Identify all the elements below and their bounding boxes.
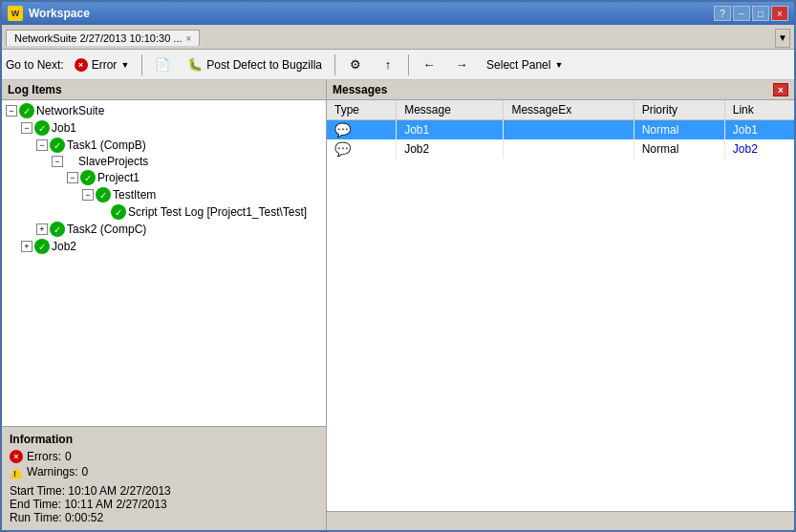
up-button[interactable]: ↑: [374, 54, 402, 75]
col-type[interactable]: Type: [327, 100, 397, 120]
messages-close-button[interactable]: ×: [773, 83, 788, 96]
tree-node-testitem[interactable]: − ✓ TestItem: [4, 186, 324, 203]
main-content: Log Items − ✓ NetworkSuite − ✓ Job1 −: [2, 80, 794, 530]
node-label-job2: Job2: [52, 240, 76, 253]
cell-message: Job1: [397, 120, 504, 140]
left-panel: Log Items − ✓ NetworkSuite − ✓ Job1 −: [2, 80, 327, 530]
maximize-button[interactable]: □: [752, 6, 769, 21]
cell-messageex: [504, 120, 634, 140]
select-panel-arrow: ▼: [554, 60, 563, 70]
run-time-row: Run Time: 0:00:52: [10, 511, 318, 524]
table-row[interactable]: 💬 Job2 Normal Job2: [327, 139, 794, 159]
post-defect-label: Post Defect to Bugzilla: [206, 58, 322, 72]
node-label-scriptlog: Script Test Log [Project1_Test\Test]: [128, 205, 307, 219]
nav-back-button[interactable]: ←: [415, 54, 443, 75]
run-time-value: 0:00:52: [65, 511, 103, 524]
cell-link[interactable]: Job1: [724, 120, 794, 140]
cell-priority: Normal: [634, 139, 724, 159]
cell-link[interactable]: Job2: [724, 139, 794, 159]
separator-2: [334, 54, 335, 75]
col-link[interactable]: Link: [724, 100, 794, 120]
cell-message: Job2: [397, 139, 504, 159]
tab-bar: NetworkSuite 2/27/2013 10:10:30 ... × ▼: [2, 25, 794, 50]
node-label-slaveprojects: SlaveProjects: [78, 155, 148, 168]
start-time-value: 10:10 AM 2/27/2013: [68, 484, 170, 498]
expand-slaveprojects[interactable]: −: [52, 156, 63, 167]
tree-node-slaveprojects[interactable]: − SlaveProjects: [4, 154, 324, 169]
tree-node-job1[interactable]: − ✓ Job1: [4, 119, 324, 137]
warnings-label: Warnings:: [27, 465, 78, 479]
nav-forward-button[interactable]: →: [447, 54, 476, 75]
window-controls: ? − □ ×: [714, 6, 788, 21]
tree-area[interactable]: − ✓ NetworkSuite − ✓ Job1 − ✓ Task1 (Com…: [2, 100, 326, 426]
end-time-value: 10:11 AM 2/27/2013: [64, 498, 166, 511]
select-panel-label: Select Panel: [486, 58, 550, 72]
minimize-button[interactable]: −: [733, 6, 750, 21]
node-label-task2: Task2 (CompC): [67, 223, 146, 236]
expand-networksuite[interactable]: −: [6, 105, 17, 117]
cell-messageex: [504, 139, 634, 159]
app-icon: W: [8, 6, 23, 21]
select-panel-button[interactable]: Select Panel ▼: [480, 55, 570, 74]
link-job1[interactable]: Job1: [733, 123, 758, 137]
settings-button[interactable]: ⚙: [341, 54, 370, 75]
check-task2: ✓: [50, 222, 65, 237]
check-task1: ✓: [50, 138, 65, 153]
separator-3: [408, 54, 409, 75]
error-button[interactable]: × Error ▼: [68, 55, 137, 74]
expand-testitem[interactable]: −: [82, 189, 94, 201]
table-row[interactable]: 💬 Job1 Normal Job1: [327, 120, 794, 140]
col-messageex[interactable]: MessageEx: [504, 100, 634, 120]
node-label-job1: Job1: [52, 121, 76, 135]
check-scriptlog: ✓: [111, 204, 126, 220]
messages-table: Type Message MessageEx Priority Link 💬 J…: [327, 100, 794, 511]
col-message[interactable]: Message: [397, 100, 504, 120]
tree-node-networksuite[interactable]: − ✓ NetworkSuite: [4, 102, 324, 119]
tree-node-task1[interactable]: − ✓ Task1 (CompB): [4, 137, 324, 154]
check-job1: ✓: [34, 120, 50, 136]
expand-project1[interactable]: −: [67, 172, 78, 183]
tree-node-task2[interactable]: + ✓ Task2 (CompC): [4, 221, 324, 238]
start-time-label: Start Time:: [10, 484, 65, 498]
expand-task2[interactable]: +: [36, 223, 48, 235]
node-label-project1: Project1: [97, 171, 140, 184]
tab-networksuite[interactable]: NetworkSuite 2/27/2013 10:10:30 ... ×: [6, 30, 200, 46]
cell-type: 💬: [327, 120, 397, 140]
open-log-button[interactable]: 📄: [148, 54, 177, 75]
open-log-icon: 📄: [155, 57, 170, 73]
expand-job1[interactable]: −: [21, 122, 32, 134]
run-time-label: Run Time:: [10, 511, 62, 524]
tree-node-job2[interactable]: + ✓ Job2: [4, 238, 324, 255]
col-priority[interactable]: Priority: [634, 100, 724, 120]
expand-job2[interactable]: +: [21, 241, 32, 252]
post-defect-icon: 🐛: [187, 57, 203, 73]
expand-task1[interactable]: −: [36, 139, 48, 151]
main-window: W Workspace ? − □ × NetworkSuite 2/27/20…: [0, 0, 796, 532]
right-panel: Messages × Type Message MessageEx Priori…: [327, 80, 794, 530]
help-button[interactable]: ?: [714, 6, 731, 21]
post-defect-button[interactable]: 🐛 Post Defect to Bugzilla: [181, 54, 329, 75]
check-job2: ✓: [34, 239, 50, 254]
tab-label: NetworkSuite 2/27/2013 10:10:30 ...: [14, 32, 183, 44]
close-button[interactable]: ×: [771, 6, 788, 21]
error-dropdown-arrow: ▼: [120, 60, 129, 70]
cell-priority: Normal: [634, 120, 724, 140]
errors-icon: ×: [10, 450, 23, 463]
title-bar: W Workspace ? − □ ×: [2, 2, 794, 25]
errors-row: × Errors: 0: [10, 450, 318, 463]
tree-node-project1[interactable]: − ✓ Project1: [4, 169, 324, 186]
error-button-label: Error: [92, 58, 118, 72]
info-panel: Information × Errors: 0 Warnings: 0 Star…: [2, 426, 326, 530]
warnings-value: 0: [82, 465, 89, 479]
title-bar-left: W Workspace: [8, 6, 90, 21]
separator-1: [141, 54, 142, 75]
comment-icon-2: 💬: [334, 141, 351, 157]
link-job2[interactable]: Job2: [733, 142, 758, 156]
messages-data-table: Type Message MessageEx Priority Link 💬 J…: [327, 100, 794, 159]
tab-close-icon[interactable]: ×: [186, 33, 192, 44]
tab-scroll-button[interactable]: ▼: [775, 29, 790, 48]
comment-icon-1: 💬: [334, 122, 351, 138]
error-icon: ×: [75, 58, 88, 72]
tree-node-scriptlog[interactable]: ✓ Script Test Log [Project1_Test\Test]: [4, 203, 324, 221]
status-bar: [327, 511, 794, 530]
